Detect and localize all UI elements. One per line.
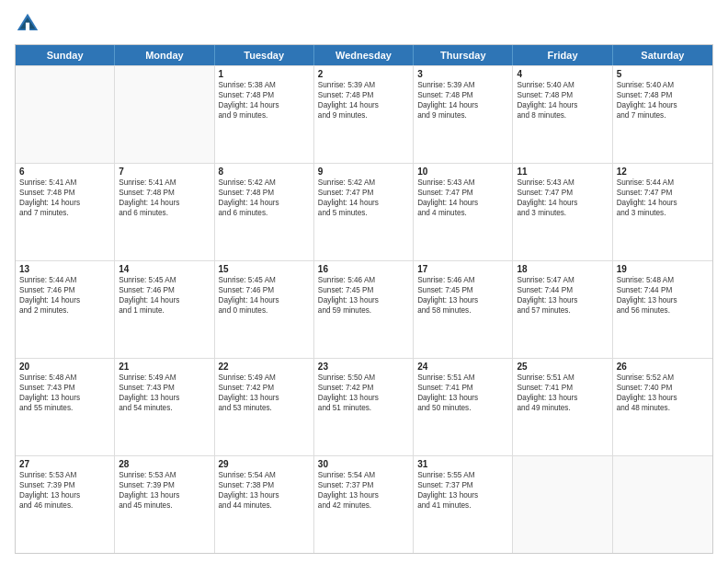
cell-line: and 56 minutes. [617,305,709,316]
cell-line: Daylight: 14 hours [219,198,310,208]
cell-line: Sunset: 7:47 PM [318,188,409,198]
cell-line: Sunset: 7:46 PM [19,285,110,295]
cell-line: Sunrise: 5:48 AM [19,373,110,383]
cal-cell: 2Sunrise: 5:39 AMSunset: 7:48 PMDaylight… [314,66,414,163]
cell-line: Sunrise: 5:55 AM [417,470,508,480]
cal-cell [115,66,214,163]
cell-line: Sunset: 7:48 PM [119,188,210,198]
cell-line: Sunset: 7:43 PM [19,383,110,393]
cell-line: Sunrise: 5:48 AM [617,275,709,285]
logo [15,11,44,37]
cell-line: Sunset: 7:48 PM [617,90,709,100]
cal-cell: 9Sunrise: 5:42 AMSunset: 7:47 PMDaylight… [314,164,414,260]
cell-line: Daylight: 14 hours [318,198,409,208]
cell-line: Daylight: 13 hours [318,295,409,305]
cell-line: and 6 minutes. [219,208,310,218]
cal-cell: 4Sunrise: 5:40 AMSunset: 7:48 PMDaylight… [513,66,612,163]
cell-line: Sunrise: 5:47 AM [517,275,608,285]
cell-line: Daylight: 13 hours [417,393,508,403]
cell-line: Sunrise: 5:51 AM [417,373,508,383]
cell-line: Sunrise: 5:49 AM [119,373,210,383]
day-number: 16 [318,264,409,274]
cal-cell: 27Sunrise: 5:53 AMSunset: 7:39 PMDayligh… [16,456,115,553]
cell-line: Sunrise: 5:45 AM [219,275,310,285]
cell-line: Sunset: 7:48 PM [517,90,608,100]
cell-line: Sunset: 7:37 PM [318,480,409,490]
cell-line: and 9 minutes. [318,110,409,121]
cell-line: Daylight: 14 hours [617,100,709,110]
day-number: 8 [219,167,310,177]
cell-line: and 6 minutes. [119,208,210,218]
cal-row: 20Sunrise: 5:48 AMSunset: 7:43 PMDayligh… [16,358,712,455]
cal-row: 6Sunrise: 5:41 AMSunset: 7:48 PMDaylight… [16,163,712,260]
cell-line: Daylight: 13 hours [119,393,210,403]
day-number: 27 [19,459,110,469]
cell-line: Sunrise: 5:42 AM [219,178,310,188]
cal-cell: 18Sunrise: 5:47 AMSunset: 7:44 PMDayligh… [513,261,612,358]
day-number: 17 [417,264,508,274]
cell-line: Sunset: 7:47 PM [617,188,709,198]
cal-cell: 17Sunrise: 5:46 AMSunset: 7:45 PMDayligh… [414,261,513,358]
cal-cell: 20Sunrise: 5:48 AMSunset: 7:43 PMDayligh… [16,359,115,455]
cell-line: Daylight: 13 hours [417,295,508,305]
calendar: SundayMondayTuesdayWednesdayThursdayFrid… [15,44,713,554]
cell-line: Sunrise: 5:51 AM [517,373,608,383]
day-number: 24 [417,362,508,372]
day-number: 19 [617,264,709,274]
cell-line: Sunrise: 5:43 AM [517,178,608,188]
cell-line: Sunset: 7:39 PM [119,480,210,490]
cell-line: Sunrise: 5:40 AM [517,80,608,90]
cell-line: Daylight: 13 hours [517,295,608,305]
cell-line: Sunset: 7:39 PM [19,480,110,490]
cell-line: and 7 minutes. [19,208,110,218]
cal-header-cell: Friday [513,45,612,65]
cal-cell: 11Sunrise: 5:43 AMSunset: 7:47 PMDayligh… [513,164,612,260]
cal-header-cell: Saturday [613,45,712,65]
cal-cell: 23Sunrise: 5:50 AMSunset: 7:42 PMDayligh… [314,359,414,455]
cell-line: Sunset: 7:48 PM [219,90,310,100]
day-number: 21 [119,362,210,372]
day-number: 10 [417,167,508,177]
cell-line: Daylight: 13 hours [318,393,409,403]
cal-row: 27Sunrise: 5:53 AMSunset: 7:39 PMDayligh… [16,455,712,553]
cell-line: Daylight: 13 hours [219,490,310,500]
day-number: 15 [219,264,310,274]
cell-line: Sunset: 7:47 PM [417,188,508,198]
svg-rect-2 [26,23,29,30]
day-number: 2 [318,69,409,79]
cell-line: Daylight: 13 hours [417,490,508,500]
cell-line: and 4 minutes. [417,208,508,218]
cell-line: Daylight: 13 hours [19,393,110,403]
day-number: 9 [318,167,409,177]
cell-line: Daylight: 13 hours [119,490,210,500]
cal-header-cell: Tuesday [215,45,314,65]
cell-line: Sunset: 7:44 PM [617,285,709,295]
calendar-body: 1Sunrise: 5:38 AMSunset: 7:48 PMDaylight… [16,65,712,553]
day-number: 22 [219,362,310,372]
cal-cell [513,456,612,553]
cell-line: Daylight: 14 hours [318,100,409,110]
cell-line: Sunset: 7:45 PM [417,285,508,295]
cell-line: Daylight: 13 hours [617,393,709,403]
cell-line: and 44 minutes. [219,500,310,511]
cell-line: and 58 minutes. [417,305,508,316]
cell-line: Sunset: 7:47 PM [517,188,608,198]
day-number: 25 [517,362,608,372]
cal-cell [613,456,712,553]
cell-line: Sunrise: 5:41 AM [119,178,210,188]
cell-line: Sunrise: 5:53 AM [119,470,210,480]
cell-line: Sunset: 7:43 PM [119,383,210,393]
cal-cell: 10Sunrise: 5:43 AMSunset: 7:47 PMDayligh… [414,164,513,260]
cell-line: and 3 minutes. [517,208,608,218]
day-number: 20 [19,362,110,372]
cell-line: Sunrise: 5:46 AM [417,275,508,285]
cal-cell: 29Sunrise: 5:54 AMSunset: 7:38 PMDayligh… [215,456,314,553]
cell-line: and 9 minutes. [219,110,310,121]
day-number: 14 [119,264,210,274]
cell-line: and 8 minutes. [517,110,608,121]
cal-cell: 16Sunrise: 5:46 AMSunset: 7:45 PMDayligh… [314,261,414,358]
cal-cell: 21Sunrise: 5:49 AMSunset: 7:43 PMDayligh… [115,359,214,455]
cal-cell: 15Sunrise: 5:45 AMSunset: 7:46 PMDayligh… [215,261,314,358]
day-number: 3 [417,69,508,79]
cell-line: Sunset: 7:38 PM [219,480,310,490]
